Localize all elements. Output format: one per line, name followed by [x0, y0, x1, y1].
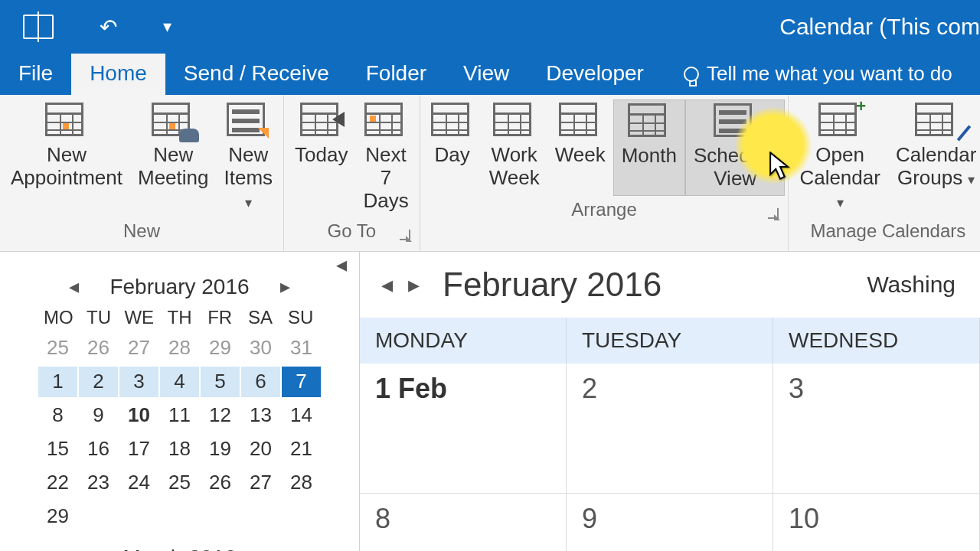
big-next-button[interactable]: ▸	[408, 271, 420, 298]
mini-dow-cell: FR	[200, 307, 240, 328]
calendar-week-icon	[559, 103, 602, 139]
big-day-cell[interactable]: 3	[773, 364, 980, 494]
group-label-arrange: Arrange	[423, 196, 786, 227]
tab-developer[interactable]: Developer	[528, 54, 662, 95]
prev-month-button[interactable]: ◂	[69, 275, 79, 298]
dialog-launcher-icon[interactable]	[400, 230, 410, 240]
dialog-launcher-icon[interactable]	[768, 208, 779, 219]
ribbon-group-arrange: Day Work Week Week Month Schedule View	[420, 95, 789, 251]
mini-day-cell[interactable]: 12	[201, 400, 240, 431]
mini-day-cell[interactable]: 21	[282, 434, 321, 465]
mini-day-cell[interactable]: 10	[119, 400, 158, 431]
mini-day-cell[interactable]: 1	[38, 367, 77, 397]
tab-home[interactable]: Home	[71, 54, 165, 95]
calendar-workweek-icon	[493, 103, 536, 139]
mini-day-cell[interactable]: 11	[160, 400, 199, 431]
mini-day-cell[interactable]: 8	[38, 400, 77, 431]
mini-dow-cell: TH	[159, 307, 200, 328]
mini-day-cell[interactable]: 4	[160, 367, 199, 397]
calendar-day-icon	[431, 103, 474, 139]
tell-me-search[interactable]: Tell me what you want to do	[684, 62, 952, 95]
tab-view[interactable]: View	[445, 54, 528, 95]
location-label: Washing	[867, 272, 959, 298]
ribbon-group-goto: Today Next 7 Days Go To	[284, 95, 420, 251]
next-7-days-button[interactable]: Next 7 Days	[355, 99, 416, 217]
big-day-header-cell: MONDAY	[360, 318, 567, 364]
mini-day-cell[interactable]: 28	[282, 468, 321, 498]
mini-day-cell[interactable]: 27	[241, 468, 280, 498]
mini-day-cell[interactable]: 24	[119, 468, 158, 498]
mini-day-cell[interactable]: 22	[38, 468, 77, 498]
tab-folder[interactable]: Folder	[348, 54, 445, 95]
mini-day-cell[interactable]: 18	[160, 434, 199, 465]
big-day-cell[interactable]: 1 Feb	[360, 364, 567, 494]
calendar-groups-button[interactable]: Calendar Groups ▾	[888, 99, 980, 217]
next-month-button[interactable]: ▸	[280, 275, 290, 298]
group-label-new: New	[3, 217, 280, 248]
mini-day-cell[interactable]: 27	[119, 333, 158, 364]
mini-day-cell[interactable]: 7	[282, 367, 321, 397]
quick-access-more-icon[interactable]: ▾	[163, 17, 172, 37]
new-meeting-button[interactable]: New Meeting	[130, 99, 217, 217]
mini-day-cell[interactable]: 20	[241, 434, 280, 465]
mini-day-cell[interactable]: 13	[241, 400, 280, 431]
mini-calendar-title: February 2016	[109, 275, 249, 299]
mini-day-headers: MOTUWETHFRSASU	[38, 307, 321, 328]
mini-day-cell[interactable]: 3	[119, 367, 158, 397]
mini-day-cell[interactable]: 30	[241, 333, 280, 364]
mini-day-cell[interactable]: 5	[201, 367, 240, 397]
month-view-button[interactable]: Month	[613, 99, 685, 196]
mini-day-cell	[160, 501, 199, 532]
day-view-button[interactable]: Day	[423, 99, 482, 196]
mini-day-cell[interactable]: 29	[38, 501, 77, 532]
open-calendar-button[interactable]: + Open Calendar ▾	[792, 99, 888, 217]
mini-day-cell[interactable]: 31	[282, 333, 321, 364]
lightbulb-icon	[684, 67, 699, 82]
big-day-cell[interactable]: 10	[773, 494, 980, 551]
work-week-view-button[interactable]: Work Week	[482, 99, 547, 196]
mini-day-cell[interactable]: 19	[201, 434, 240, 465]
new-appointment-button[interactable]: New Appointment	[3, 99, 130, 217]
mini-day-cell[interactable]: 28	[160, 333, 199, 364]
mini-day-cell[interactable]: 14	[282, 400, 321, 431]
big-day-cell[interactable]: 9	[567, 494, 773, 551]
big-calendar-title: February 2016	[443, 266, 662, 304]
big-day-cell[interactable]: 8	[360, 494, 567, 551]
new-items-button[interactable]: New Items ▾	[216, 99, 280, 217]
mini-day-cell[interactable]: 25	[38, 333, 77, 364]
mini-day-cell[interactable]: 29	[201, 333, 240, 364]
calendar-open-icon: +	[818, 103, 861, 139]
mini-day-cell[interactable]: 9	[79, 400, 118, 431]
mini-day-cell[interactable]: 26	[201, 468, 240, 498]
mini-day-cell[interactable]: 23	[79, 468, 118, 498]
mini-day-cell[interactable]: 26	[79, 333, 118, 364]
schedule-view-button[interactable]: Schedule View	[685, 99, 785, 196]
mini-day-cell[interactable]: 17	[119, 434, 158, 465]
ribbon-group-manage: + Open Calendar ▾ Calendar Groups ▾ Mana…	[789, 95, 980, 251]
mini-day-cell	[119, 501, 158, 532]
calendar-week-icon	[364, 103, 407, 139]
collapse-pane-button[interactable]: ◂	[336, 252, 347, 277]
week-view-button[interactable]: Week	[547, 99, 613, 196]
today-button[interactable]: Today	[287, 99, 355, 217]
mini-day-cell[interactable]: 16	[79, 434, 118, 465]
mini-day-cell[interactable]: 6	[241, 367, 280, 397]
undo-button[interactable]: ↶	[100, 15, 117, 40]
mini-day-grid[interactable]: 2526272829303112345678910111213141516171…	[38, 333, 321, 532]
ribbon: New Appointment New Meeting New Items ▾ …	[0, 95, 980, 252]
mini-day-cell[interactable]: 15	[38, 434, 77, 465]
calendar-today-icon	[300, 103, 343, 139]
mini-day-cell	[282, 501, 321, 532]
mini-day-cell[interactable]: 25	[160, 468, 199, 498]
big-day-cell[interactable]: 2	[567, 364, 773, 494]
big-prev-button[interactable]: ◂	[381, 271, 393, 298]
tab-send-receive[interactable]: Send / Receive	[165, 54, 348, 95]
mini-dow-cell: TU	[79, 307, 119, 328]
mini-day-cell[interactable]: 2	[79, 367, 118, 397]
big-week-row: 1 Feb23	[360, 364, 980, 494]
tab-file[interactable]: File	[0, 54, 71, 95]
big-day-headers: MONDAYTUESDAYWEDNESD	[360, 318, 980, 364]
calendar-month-icon	[628, 103, 671, 140]
group-label-goto: Go To	[287, 217, 416, 248]
tell-me-label: Tell me what you want to do	[707, 62, 952, 86]
